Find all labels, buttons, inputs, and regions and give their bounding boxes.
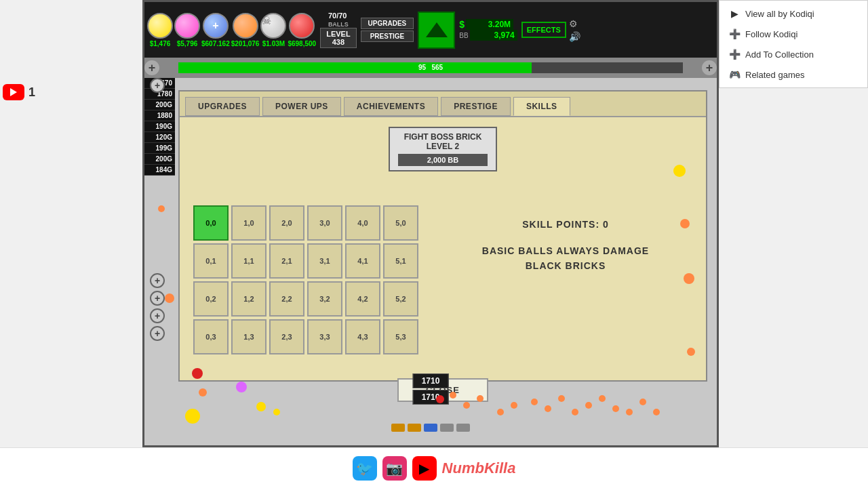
skill-cell-2-1[interactable]: 2,1 bbox=[269, 243, 304, 279]
game-ball-19 bbox=[545, 405, 551, 412]
score-boxes: 1710 1710 bbox=[413, 373, 449, 405]
social-name: NumbKilla bbox=[442, 460, 516, 477]
ball-5 bbox=[289, 13, 315, 39]
skill-cell-3-1[interactable]: 3,1 bbox=[307, 243, 342, 279]
side-number: 199G bbox=[144, 143, 175, 154]
side-plus-top[interactable]: + bbox=[150, 78, 165, 93]
tab-achievements[interactable]: ACHIEVEMENTS bbox=[344, 97, 438, 116]
skill-cell-4-1[interactable]: 4,1 bbox=[345, 243, 380, 279]
money-amount: 3.20M bbox=[466, 19, 513, 30]
plus-icon-top[interactable]: + bbox=[150, 78, 165, 93]
boss-brick-box[interactable]: FIGHT BOSS BRICK LEVEL 2 2,000 BB bbox=[389, 127, 497, 171]
game-ball-4 bbox=[158, 205, 165, 212]
money-box: $ 3.20M BB 3,974 bbox=[459, 19, 517, 41]
follow-button[interactable]: ➕ Follow Kodiqi bbox=[722, 24, 865, 44]
score-box-2: 1710 bbox=[413, 390, 449, 405]
skill-info: SKILL POINTS: 0 BASIC BALLS ALWAYS DAMAG… bbox=[439, 199, 692, 354]
tab-powerups[interactable]: POWER UPS bbox=[262, 97, 341, 116]
ball-slot-4[interactable]: ☠ $1.03M bbox=[260, 13, 286, 47]
ball-slot-2[interactable]: + $607.162 bbox=[201, 13, 230, 47]
follow-icon: ➕ bbox=[728, 27, 741, 41]
top-right-panel: ▶ View all by Kodiqi ➕ Follow Kodiqi ➕ A… bbox=[719, 0, 868, 88]
sound-icon[interactable]: 🔊 bbox=[569, 31, 580, 42]
skill-description: BASIC BALLS ALWAYS DAMAGE BLACK BRICKS bbox=[482, 243, 649, 274]
upgrades-button[interactable]: UPGRADES bbox=[361, 18, 414, 29]
skill-cell-3-0[interactable]: 3,0 bbox=[307, 205, 342, 241]
skill-cell-0-2[interactable]: 0,2 bbox=[193, 281, 229, 317]
zoom-plus-3[interactable]: + bbox=[150, 308, 165, 323]
game-ball-22 bbox=[585, 402, 592, 409]
dot-indicator bbox=[391, 424, 470, 432]
skill-cell-1-1[interactable]: 1,1 bbox=[231, 243, 267, 279]
youtube-social-icon[interactable]: ▶ bbox=[412, 456, 437, 481]
plus-left-btn[interactable]: + bbox=[144, 60, 159, 75]
ball-price-4: $1.03M bbox=[262, 40, 285, 47]
collection-icon: ➕ bbox=[728, 47, 741, 61]
skill-cell-1-2[interactable]: 1,2 bbox=[231, 281, 267, 317]
prestige-button[interactable]: PRESTIGE bbox=[361, 30, 414, 42]
side-number: 184G bbox=[144, 165, 175, 176]
ball-price-2: $607.162 bbox=[201, 40, 230, 47]
progress-bar: 95 565 bbox=[178, 62, 683, 73]
skill-cell-5-3[interactable]: 5,3 bbox=[383, 319, 418, 354]
tab-skills[interactable]: SKILLS bbox=[513, 97, 570, 116]
skill-cell-2-2[interactable]: 2,2 bbox=[269, 281, 304, 317]
related-games-button[interactable]: 🎮 Related games bbox=[722, 64, 865, 85]
ball-slot-5[interactable]: $698,500 bbox=[288, 13, 316, 47]
skill-cell-5-1[interactable]: 5,1 bbox=[383, 243, 418, 279]
zoom-plus-4[interactable]: + bbox=[150, 326, 165, 341]
dialog-content: 0,01,02,03,04,05,00,11,12,13,14,15,10,21… bbox=[180, 185, 706, 368]
game-ball-27 bbox=[653, 409, 660, 415]
add-collection-button[interactable]: ➕ Add To Collection bbox=[722, 44, 865, 64]
skill-cell-0-0[interactable]: 0,0 bbox=[193, 205, 229, 241]
ball-price-3: $201,076 bbox=[231, 40, 260, 47]
twitter-icon[interactable]: 🐦 bbox=[353, 456, 377, 481]
skill-cell-4-3[interactable]: 4,3 bbox=[345, 319, 380, 354]
game-area: $1,476 $5,796 + $607.162 $201,076 ☠ $1.0… bbox=[142, 0, 719, 447]
skill-cell-4-2[interactable]: 4,2 bbox=[345, 281, 380, 317]
skill-cell-5-0[interactable]: 5,0 bbox=[383, 205, 418, 241]
skill-grid-section: 0,01,02,03,04,05,00,11,12,13,14,15,10,21… bbox=[193, 199, 418, 354]
ball-slot-0[interactable]: $1,476 bbox=[147, 13, 173, 47]
progress-area: + 95 565 + bbox=[144, 58, 717, 78]
skill-cell-5-2[interactable]: 5,2 bbox=[383, 281, 418, 317]
skill-cell-3-3[interactable]: 3,3 bbox=[307, 319, 342, 354]
ball-slot-3[interactable]: $201,076 bbox=[231, 13, 260, 47]
ball-2: + bbox=[203, 13, 229, 39]
ball-1 bbox=[174, 13, 200, 39]
ball-price-1: $5,796 bbox=[177, 40, 198, 47]
dot-0 bbox=[391, 424, 405, 432]
skill-cell-0-3[interactable]: 0,3 bbox=[193, 319, 229, 354]
tab-upgrades[interactable]: UPGRADES bbox=[185, 97, 260, 116]
dot-3 bbox=[440, 424, 454, 432]
view-all-button[interactable]: ▶ View all by Kodiqi bbox=[722, 3, 865, 24]
game-ball-14 bbox=[463, 402, 470, 409]
side-number: 120G bbox=[144, 132, 175, 143]
ball-slot-1[interactable]: $5,796 bbox=[174, 13, 200, 47]
skill-cell-1-0[interactable]: 1,0 bbox=[231, 205, 267, 241]
zoom-plus-2[interactable]: + bbox=[150, 291, 165, 306]
zoom-plus-1[interactable]: + bbox=[150, 273, 165, 288]
prestige-arrow[interactable] bbox=[418, 12, 455, 49]
effects-box[interactable]: EFFECTS bbox=[521, 22, 566, 38]
game-ball-21 bbox=[572, 409, 578, 415]
boss-brick-level: LEVEL 2 bbox=[398, 142, 488, 151]
skill-cell-4-0[interactable]: 4,0 bbox=[345, 205, 380, 241]
skill-cell-3-2[interactable]: 3,2 bbox=[307, 281, 342, 317]
skill-cell-0-1[interactable]: 0,1 bbox=[193, 243, 229, 279]
progress-text: 95 565 bbox=[178, 62, 683, 73]
game-ball-10 bbox=[199, 388, 207, 396]
instagram-icon[interactable]: 📷 bbox=[382, 456, 407, 481]
dialog-tabs: UPGRADES POWER UPS ACHIEVEMENTS PRESTIGE… bbox=[180, 92, 706, 117]
skill-cell-1-3[interactable]: 1,3 bbox=[231, 319, 267, 354]
ball-3 bbox=[233, 13, 258, 39]
skill-cell-2-0[interactable]: 2,0 bbox=[269, 205, 304, 241]
side-number: 1880 bbox=[144, 110, 175, 121]
youtube-count: 1 bbox=[28, 85, 35, 100]
skill-cell-2-3[interactable]: 2,3 bbox=[269, 319, 304, 354]
plus-right-btn[interactable]: + bbox=[702, 60, 717, 75]
tab-prestige[interactable]: PRESTIGE bbox=[441, 97, 511, 116]
balls-count: 70/70 BALLS bbox=[328, 12, 349, 28]
game-ball-26 bbox=[639, 399, 646, 405]
settings-icon[interactable]: ⚙ bbox=[569, 18, 580, 29]
